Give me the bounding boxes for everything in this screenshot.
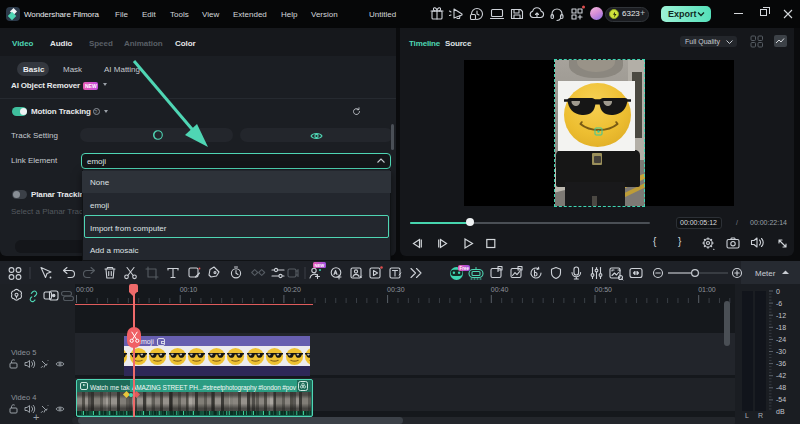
svg-text:00:00: 00:00: [76, 286, 94, 293]
svg-text:Meter: Meter: [755, 269, 776, 278]
svg-text:00:40: 00:40: [491, 286, 509, 293]
svg-text:-6: -6: [776, 300, 782, 307]
svg-text:-42: -42: [776, 372, 786, 379]
svg-text:-12: -12: [776, 312, 786, 319]
svg-text:-48: -48: [776, 384, 786, 391]
svg-text:-24: -24: [776, 336, 786, 343]
svg-text:-18: -18: [776, 324, 786, 331]
svg-text:00:30: 00:30: [387, 286, 405, 293]
svg-text:00:20: 00:20: [283, 286, 301, 293]
svg-text:00:50: 00:50: [595, 286, 613, 293]
svg-text:0: 0: [776, 288, 780, 295]
svg-text:-36: -36: [776, 360, 786, 367]
svg-text:00:10: 00:10: [180, 286, 198, 293]
svg-text:-54: -54: [776, 396, 786, 403]
svg-text:-30: -30: [776, 348, 786, 355]
svg-text:01:00: 01:00: [698, 286, 716, 293]
svg-text:NEW: NEW: [315, 263, 325, 268]
svg-text:dB: dB: [776, 408, 785, 415]
svg-text:Free: Free: [460, 266, 470, 271]
